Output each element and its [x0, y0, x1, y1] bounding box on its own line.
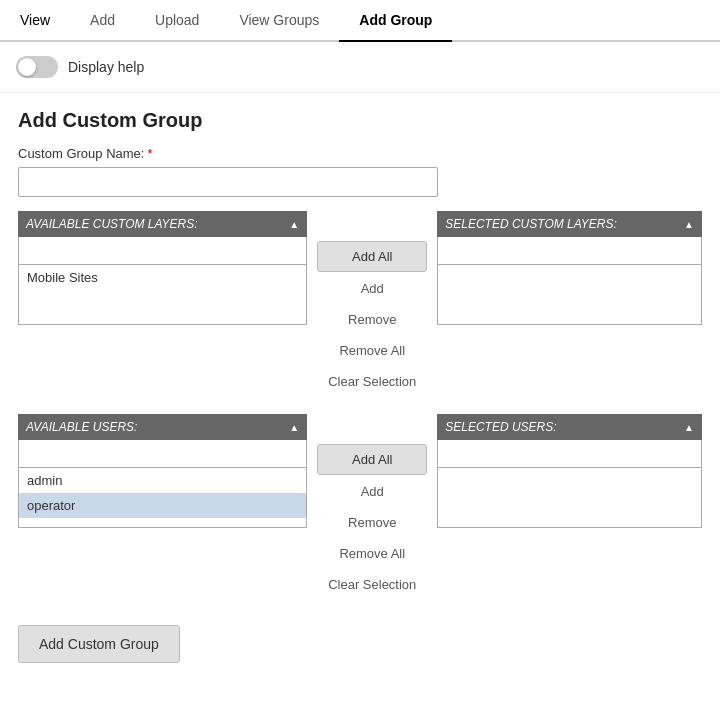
- tab-view[interactable]: View: [0, 0, 70, 40]
- custom-group-name-label: Custom Group Name:*: [18, 146, 702, 161]
- add-custom-group-button[interactable]: Add Custom Group: [18, 625, 180, 663]
- selected-layers-search[interactable]: [437, 237, 702, 265]
- custom-group-name-field: Custom Group Name:*: [18, 146, 702, 211]
- users-add-button[interactable]: Add: [317, 477, 427, 506]
- custom-group-name-input[interactable]: [18, 167, 438, 197]
- selected-users-list: [437, 468, 702, 528]
- layers-remove-all-button[interactable]: Remove All: [317, 336, 427, 365]
- selected-layers-header: SELECTED CUSTOM LAYERS: ▲: [437, 211, 702, 237]
- users-buttons: Add All Add Remove Remove All Clear Sele…: [307, 444, 437, 601]
- selected-users-panel: SELECTED USERS: ▲: [437, 414, 702, 528]
- tab-add-group[interactable]: Add Group: [339, 0, 452, 42]
- tab-upload[interactable]: Upload: [135, 0, 219, 40]
- users-add-all-button[interactable]: Add All: [317, 444, 427, 475]
- layers-add-button[interactable]: Add: [317, 274, 427, 303]
- available-layers-arrow: ▲: [289, 219, 299, 230]
- available-users-arrow: ▲: [289, 422, 299, 433]
- layer-item-mobile-sites[interactable]: Mobile Sites: [19, 265, 306, 290]
- selected-layers-panel: SELECTED CUSTOM LAYERS: ▲: [437, 211, 702, 325]
- page-title: Add Custom Group: [18, 109, 702, 132]
- layers-clear-selection-button[interactable]: Clear Selection: [317, 367, 427, 396]
- available-layers-list: Mobile Sites: [18, 265, 307, 325]
- toggle-knob: [18, 58, 36, 76]
- help-row: Display help: [0, 42, 720, 93]
- layers-remove-button[interactable]: Remove: [317, 305, 427, 334]
- user-item-admin[interactable]: admin: [19, 468, 306, 493]
- available-users-panel: AVAILABLE USERS: ▲ admin operator: [18, 414, 307, 528]
- required-indicator: *: [147, 146, 152, 161]
- users-dual-list: AVAILABLE USERS: ▲ admin operator Add Al…: [18, 414, 702, 601]
- tab-bar: View Add Upload View Groups Add Group: [0, 0, 720, 42]
- selected-layers-arrow: ▲: [684, 219, 694, 230]
- users-remove-all-button[interactable]: Remove All: [317, 539, 427, 568]
- available-layers-header: AVAILABLE CUSTOM LAYERS: ▲: [18, 211, 307, 237]
- display-help-label: Display help: [68, 59, 144, 75]
- selected-users-header: SELECTED USERS: ▲: [437, 414, 702, 440]
- tab-add[interactable]: Add: [70, 0, 135, 40]
- main-content: Add Custom Group Custom Group Name:* AVA…: [0, 93, 720, 679]
- layers-dual-list: AVAILABLE CUSTOM LAYERS: ▲ Mobile Sites …: [18, 211, 702, 398]
- available-users-list: admin operator: [18, 468, 307, 528]
- available-users-header: AVAILABLE USERS: ▲: [18, 414, 307, 440]
- selected-users-search[interactable]: [437, 440, 702, 468]
- users-clear-selection-button[interactable]: Clear Selection: [317, 570, 427, 599]
- users-remove-button[interactable]: Remove: [317, 508, 427, 537]
- display-help-toggle[interactable]: [16, 56, 58, 78]
- available-layers-search[interactable]: [18, 237, 307, 265]
- user-item-operator[interactable]: operator: [19, 493, 306, 518]
- available-users-search[interactable]: [18, 440, 307, 468]
- available-layers-panel: AVAILABLE CUSTOM LAYERS: ▲ Mobile Sites: [18, 211, 307, 325]
- layers-buttons: Add All Add Remove Remove All Clear Sele…: [307, 241, 437, 398]
- layers-add-all-button[interactable]: Add All: [317, 241, 427, 272]
- selected-users-arrow: ▲: [684, 422, 694, 433]
- tab-view-groups[interactable]: View Groups: [219, 0, 339, 40]
- selected-layers-list: [437, 265, 702, 325]
